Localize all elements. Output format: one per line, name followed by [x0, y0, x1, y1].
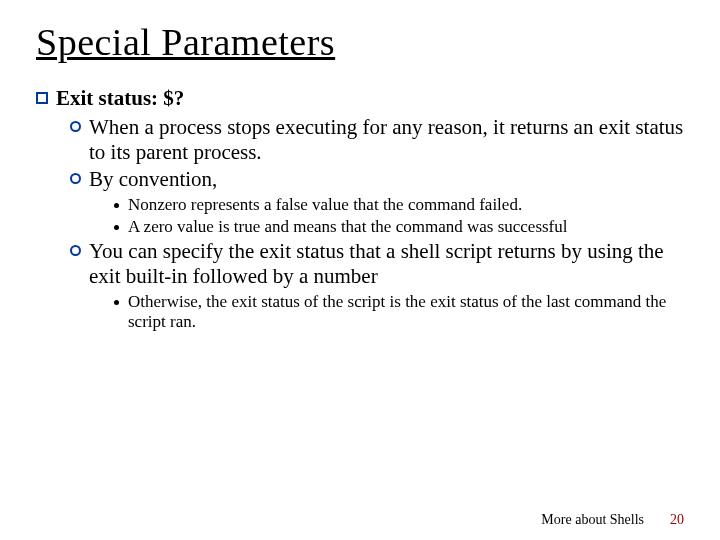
level2-item: You can specify the exit status that a s… — [36, 239, 684, 289]
dot-bullet-icon — [114, 203, 119, 208]
section-heading: Exit status: $? — [56, 86, 684, 111]
bullet-text: You can specify the exit status that a s… — [89, 239, 684, 289]
slide-content: Exit status: $? When a process stops exe… — [36, 86, 684, 332]
dot-bullet-icon — [114, 300, 119, 305]
circle-bullet-icon — [70, 121, 81, 132]
level2-item: By convention, — [36, 167, 684, 192]
level1-item: Exit status: $? — [36, 86, 684, 111]
dot-bullet-icon — [114, 225, 119, 230]
level2-item: When a process stops executing for any r… — [36, 115, 684, 165]
subbullet-text: Otherwise, the exit status of the script… — [128, 292, 684, 332]
level3-item: A zero value is true and means that the … — [36, 217, 684, 237]
circle-bullet-icon — [70, 173, 81, 184]
subbullet-text: Nonzero represents a false value that th… — [128, 195, 684, 215]
footer-text: More about Shells — [541, 512, 644, 528]
level3-item: Nonzero represents a false value that th… — [36, 195, 684, 215]
slide-title: Special Parameters — [36, 20, 684, 64]
bullet-text: By convention, — [89, 167, 684, 192]
subbullet-text: A zero value is true and means that the … — [128, 217, 684, 237]
level3-item: Otherwise, the exit status of the script… — [36, 292, 684, 332]
circle-bullet-icon — [70, 245, 81, 256]
page-number: 20 — [670, 512, 684, 528]
square-bullet-icon — [36, 92, 48, 104]
bullet-text: When a process stops executing for any r… — [89, 115, 684, 165]
slide-footer: More about Shells 20 — [0, 512, 720, 528]
